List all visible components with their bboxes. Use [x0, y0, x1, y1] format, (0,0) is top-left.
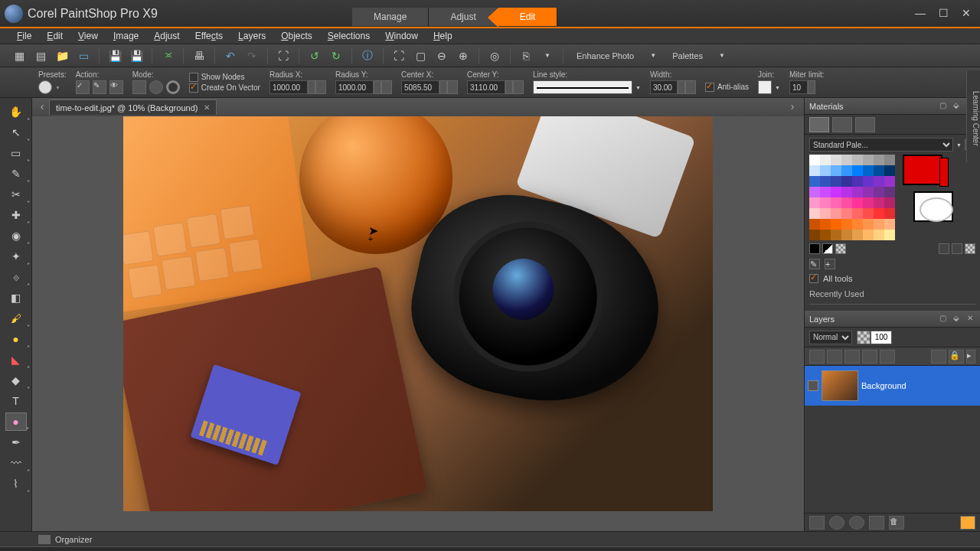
zoomout-icon[interactable]: ⊖	[433, 47, 450, 64]
maximize-button[interactable]: ☐	[937, 8, 949, 20]
color-swatch[interactable]	[884, 219, 895, 230]
color-swatch[interactable]	[809, 165, 820, 176]
blend-mode-select[interactable]: Normal	[809, 331, 852, 344]
link-icon[interactable]	[931, 350, 946, 364]
doc-prev-icon[interactable]: ‹	[35, 100, 49, 114]
fill-tool-icon[interactable]: ◆▸	[5, 371, 27, 390]
fit-icon[interactable]: ⛶	[390, 47, 407, 64]
dropdown-icon[interactable]: ▼	[539, 47, 556, 64]
create-on-vector-checkbox[interactable]	[189, 83, 198, 93]
document-tab[interactable]: time-to-edit.jpg* @ 10% (Background) ✕	[49, 99, 217, 115]
tab-edit[interactable]: Edit	[498, 8, 558, 26]
color-swatch[interactable]	[874, 155, 884, 165]
document-canvas[interactable]: ➤+	[123, 116, 713, 511]
color-swatch[interactable]	[809, 187, 820, 197]
mode-1-icon[interactable]	[132, 80, 146, 94]
color-swatch[interactable]	[863, 208, 874, 219]
hsl-tab-icon[interactable]	[832, 117, 852, 132]
color-swatch[interactable]	[874, 219, 884, 230]
new-layer-icon[interactable]	[809, 350, 825, 364]
transparent-icon[interactable]	[939, 243, 949, 254]
scratch-tool-icon[interactable]: ◧	[5, 289, 27, 307]
panel-close-icon[interactable]: ✕	[965, 314, 975, 324]
redeye-tool-icon[interactable]: ◉▸	[5, 227, 27, 245]
color-swatch[interactable]	[852, 208, 863, 219]
color-swatch[interactable]	[820, 176, 831, 187]
learning-center-tab[interactable]: Learning Center	[966, 70, 980, 162]
lighten-tool-icon[interactable]: ●▸	[5, 330, 27, 348]
makeover-tool-icon[interactable]: ✦▸	[5, 247, 27, 266]
panel-min-icon[interactable]: ▢	[937, 314, 948, 324]
crop-tool-icon[interactable]: ✂▸	[5, 185, 27, 204]
color-swatch[interactable]	[841, 197, 852, 208]
background-swatch[interactable]	[913, 191, 953, 222]
adjust-icon[interactable]	[849, 516, 864, 530]
center-y-input[interactable]	[467, 80, 505, 94]
color-swatch[interactable]	[863, 165, 874, 176]
color-swatch[interactable]	[809, 176, 820, 187]
mask-icon[interactable]	[829, 516, 844, 530]
color-swatch[interactable]	[884, 165, 895, 176]
color-swatch[interactable]	[831, 197, 841, 208]
color-swatch[interactable]	[820, 165, 831, 176]
doc-next-icon[interactable]: ›	[786, 100, 799, 114]
palette-select[interactable]: Standard Pale...	[809, 138, 953, 152]
canvas-viewport[interactable]: ➤+	[32, 116, 804, 531]
color-swatch[interactable]	[841, 230, 852, 240]
color-swatch[interactable]	[809, 155, 820, 165]
redo-icon[interactable]: ↷	[243, 47, 260, 64]
menu-selections[interactable]: Selections	[322, 29, 376, 43]
effects-icon[interactable]	[960, 516, 975, 530]
minimize-button[interactable]: —	[914, 8, 926, 20]
color-swatch[interactable]	[863, 176, 874, 187]
lock-layer-icon[interactable]: 🔒	[949, 350, 964, 364]
color-swatch[interactable]	[852, 230, 863, 240]
dropdown-icon[interactable]: ▼	[645, 47, 662, 64]
color-swatch[interactable]	[841, 187, 852, 197]
miter-input[interactable]	[789, 80, 808, 94]
color-swatch[interactable]	[874, 230, 884, 240]
bw-icon[interactable]	[822, 243, 833, 254]
undo-icon[interactable]: ↶	[222, 47, 239, 64]
color-swatch[interactable]	[831, 187, 841, 197]
swatch-tab-icon[interactable]	[809, 117, 829, 132]
new-group-icon[interactable]	[862, 350, 877, 364]
color-swatch[interactable]	[874, 208, 884, 219]
color-swatch[interactable]	[809, 208, 820, 219]
dropper-icon[interactable]: ✎	[809, 259, 820, 269]
more-icon[interactable]: ▸	[966, 350, 975, 364]
swap-icon[interactable]	[809, 243, 820, 254]
menu-layers[interactable]: Layers	[232, 29, 272, 43]
color-swatch[interactable]	[841, 208, 852, 219]
color-swatch[interactable]	[841, 165, 852, 176]
color-swatch[interactable]	[852, 165, 863, 176]
color-swatch[interactable]	[884, 155, 895, 165]
back-icon[interactable]: ↺	[306, 47, 323, 64]
color-swatch[interactable]	[831, 219, 841, 230]
color-swatch[interactable]	[884, 187, 895, 197]
menu-help[interactable]: Help	[427, 29, 459, 43]
share-icon[interactable]: ⪤	[159, 47, 176, 64]
color-swatch[interactable]	[852, 197, 863, 208]
selection-tool-icon[interactable]: ▭▸	[5, 144, 27, 162]
color-swatch[interactable]	[820, 155, 831, 165]
add-swatch-icon[interactable]: +	[825, 259, 835, 269]
line-style-select[interactable]	[533, 80, 632, 94]
color-swatch[interactable]	[831, 155, 841, 165]
color-swatch[interactable]	[863, 155, 874, 165]
new-adj-icon[interactable]	[844, 350, 860, 364]
clone-tool-icon[interactable]: ⟐▸	[5, 268, 27, 286]
menu-file[interactable]: File	[11, 29, 38, 43]
menu-window[interactable]: Window	[379, 29, 424, 43]
color-swatch[interactable]	[820, 197, 831, 208]
color-swatch[interactable]	[820, 219, 831, 230]
actual-icon[interactable]: ▢	[412, 47, 429, 64]
menu-adjust[interactable]: Adjust	[148, 29, 185, 43]
straighten-tool-icon[interactable]: ✚▸	[5, 206, 27, 224]
forward-icon[interactable]: ↻	[328, 47, 345, 64]
preset-icon[interactable]	[38, 80, 52, 94]
organizer-label[interactable]: Organizer	[55, 535, 92, 544]
color-swatch[interactable]	[809, 219, 820, 230]
slider-tab-icon[interactable]	[855, 117, 875, 132]
delete-icon[interactable]: 🗑	[889, 516, 904, 530]
